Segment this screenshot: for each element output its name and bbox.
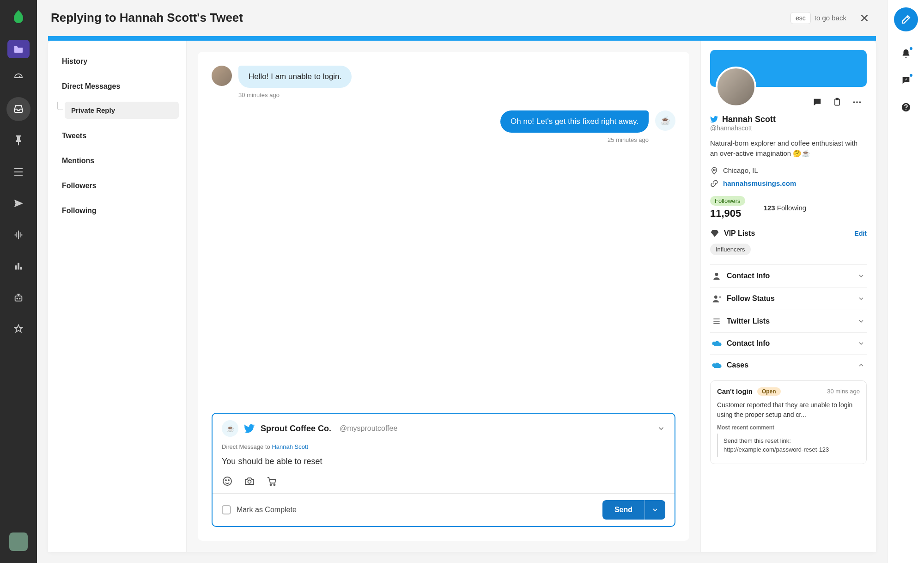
message-icon[interactable] xyxy=(812,97,822,107)
case-comment: Send them this reset link: http://exampl… xyxy=(717,434,860,457)
nav-publishing[interactable] xyxy=(6,191,30,215)
nav-pin[interactable] xyxy=(6,129,30,153)
profile-location: Chicago, IL xyxy=(723,166,758,174)
case-description: Customer reported that they are unable t… xyxy=(717,400,860,420)
chevron-up-icon xyxy=(857,361,865,369)
feedback-icon[interactable] xyxy=(897,71,915,90)
help-icon[interactable] xyxy=(897,98,915,116)
notifications-icon[interactable] xyxy=(897,44,915,63)
chevron-down-icon xyxy=(857,318,865,325)
nav-folder[interactable] xyxy=(7,40,30,58)
accordion-contact-info[interactable]: Contact Info xyxy=(710,264,867,287)
chevron-down-icon xyxy=(857,272,865,280)
vip-edit-link[interactable]: Edit xyxy=(855,230,867,237)
nav-reports[interactable] xyxy=(6,254,30,278)
clipboard-icon[interactable] xyxy=(833,97,842,107)
composer-sender-handle: @mysproutcoffee xyxy=(340,424,397,433)
profile-website[interactable]: hannahsmusings.com xyxy=(723,179,796,187)
cart-icon[interactable] xyxy=(266,476,277,487)
outgoing-time: 25 minutes ago xyxy=(212,136,649,143)
case-title: Can't login xyxy=(717,387,753,395)
list-icon xyxy=(712,317,721,326)
emoji-picker-icon[interactable] xyxy=(222,476,233,487)
composer-brand-avatar: ☕ xyxy=(222,420,238,437)
right-utility-rail xyxy=(887,0,924,563)
location-icon xyxy=(710,166,718,175)
accordion-follow-status[interactable]: Follow Status xyxy=(710,287,867,310)
svg-point-7 xyxy=(270,484,272,486)
topbar: Replying to Hannah Scott's Tweet esc to … xyxy=(37,0,887,36)
salesforce-icon xyxy=(712,361,721,369)
profile-bio: Natural-born explorer and coffee enthusi… xyxy=(710,138,867,159)
nav-mentions[interactable]: Mentions xyxy=(55,151,179,171)
chevron-down-icon xyxy=(857,340,865,347)
nav-tweets[interactable]: Tweets xyxy=(55,126,179,146)
svg-point-16 xyxy=(714,295,717,299)
following-stat: 123 Following xyxy=(764,204,807,212)
nav-reviews[interactable] xyxy=(6,317,30,341)
case-time: 30 mins ago xyxy=(827,388,860,395)
svg-point-11 xyxy=(853,101,855,103)
follow-icon xyxy=(712,294,721,303)
chevron-down-icon xyxy=(857,295,865,302)
composer-textarea[interactable]: You should be able to reset xyxy=(222,457,665,466)
twitter-icon xyxy=(710,115,718,123)
composer-account-dropdown[interactable] xyxy=(657,424,665,433)
esc-hint: to go back xyxy=(815,14,846,22)
nav-feeds[interactable] xyxy=(6,160,30,184)
svg-point-14 xyxy=(713,169,715,171)
esc-key-badge: esc xyxy=(790,12,811,24)
more-icon[interactable] xyxy=(852,97,862,107)
left-nav-rail xyxy=(0,0,37,563)
accordion-sf-cases[interactable]: Cases xyxy=(710,354,867,376)
svg-point-18 xyxy=(905,109,906,110)
compose-button[interactable] xyxy=(894,7,918,31)
composer-recipient: Direct Message to Hannah Scott xyxy=(222,443,665,450)
person-icon xyxy=(712,271,721,281)
contact-avatar xyxy=(212,66,232,86)
nav-following[interactable]: Following xyxy=(55,201,179,220)
brand-avatar: ☕ xyxy=(655,110,675,131)
profile-name: Hannah Scott xyxy=(722,115,776,124)
case-recent-label: Most recent comment xyxy=(717,424,860,431)
diamond-icon xyxy=(710,229,719,238)
svg-point-1 xyxy=(17,298,18,299)
twitter-icon xyxy=(244,423,255,434)
send-button[interactable]: Send xyxy=(602,500,644,520)
nav-inbox[interactable] xyxy=(6,97,30,121)
accordion-sf-contact[interactable]: Contact Info xyxy=(710,332,867,354)
close-button[interactable] xyxy=(856,9,873,27)
network-color-strip xyxy=(48,36,876,41)
nav-history[interactable]: History xyxy=(55,52,179,71)
case-status-badge: Open xyxy=(757,387,781,396)
accordion-twitter-lists[interactable]: Twitter Lists xyxy=(710,310,867,332)
conversation-panel: Hello! I am unable to login. 30 minutes … xyxy=(187,41,700,552)
vip-lists-label: VIP Lists xyxy=(724,229,850,238)
user-avatar-bottom[interactable] xyxy=(9,532,28,551)
profile-avatar xyxy=(716,67,756,107)
camera-icon[interactable] xyxy=(244,476,255,487)
incoming-time: 30 minutes ago xyxy=(238,92,675,98)
svg-point-5 xyxy=(228,480,229,481)
nav-listening[interactable] xyxy=(6,223,30,247)
svg-point-3 xyxy=(223,477,231,485)
nav-bot[interactable] xyxy=(6,286,30,310)
followers-count: 11,905 xyxy=(710,208,745,220)
svg-point-13 xyxy=(859,101,861,103)
nav-followers[interactable]: Followers xyxy=(55,176,179,196)
nav-direct-messages[interactable]: Direct Messages xyxy=(55,77,179,96)
nav-dashboard[interactable] xyxy=(6,66,30,90)
mark-complete-checkbox[interactable] xyxy=(222,505,231,514)
vip-chip-influencers[interactable]: Influencers xyxy=(710,244,751,255)
svg-point-6 xyxy=(248,480,251,483)
svg-point-12 xyxy=(856,101,858,103)
app-logo[interactable] xyxy=(9,7,28,26)
send-options-dropdown[interactable] xyxy=(644,500,665,520)
page-title: Replying to Hannah Scott's Tweet xyxy=(51,11,790,25)
conversation-nav: History Direct Messages Private Reply Tw… xyxy=(48,41,187,552)
nav-private-reply[interactable]: Private Reply xyxy=(65,102,179,119)
composer-sender-name: Sprout Coffee Co. xyxy=(261,424,331,434)
followers-badge: Followers xyxy=(710,196,745,206)
link-icon xyxy=(710,179,718,188)
case-card[interactable]: Can't login Open 30 mins ago Customer re… xyxy=(710,380,867,464)
